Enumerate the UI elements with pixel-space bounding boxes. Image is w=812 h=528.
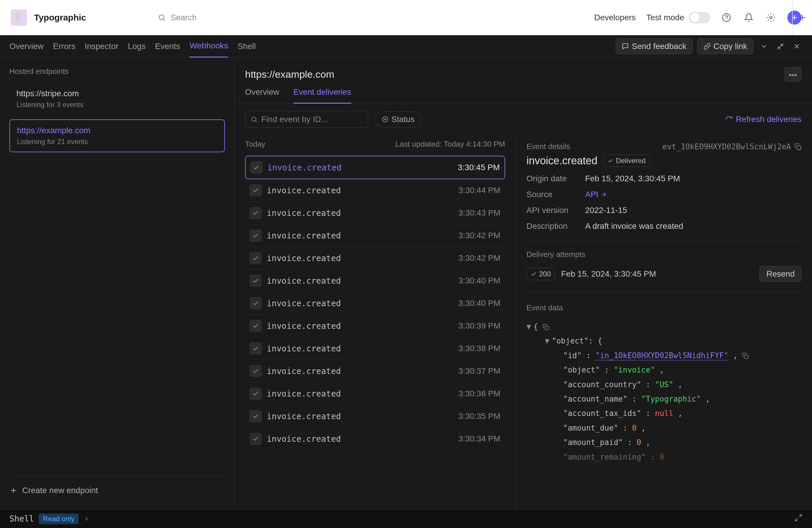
check-icon (250, 207, 261, 219)
svg-point-6 (252, 117, 256, 121)
svg-point-3 (789, 74, 791, 76)
endpoint-title: https://example.com (245, 69, 334, 80)
event-row[interactable]: invoice.created 3:30:45 PM (245, 156, 505, 179)
svg-point-5 (795, 74, 796, 76)
tab-webhooks[interactable]: Webhooks (189, 35, 228, 57)
event-time: 3:30:40 PM (459, 299, 501, 308)
copy-link-button[interactable]: Copy link (697, 39, 753, 54)
event-name: invoice.created (267, 434, 341, 444)
event-row[interactable]: invoice.created 3:30:42 PM (245, 247, 505, 270)
description: A draft invoice was created (585, 222, 683, 231)
last-updated: Last updated: Today 4:14:30 PM (395, 140, 505, 149)
event-name: invoice.created (267, 344, 341, 354)
event-time: 3:30:35 PM (459, 412, 501, 421)
event-row[interactable]: invoice.created 3:30:40 PM (245, 292, 505, 315)
search-placeholder: Search (171, 13, 197, 22)
global-search[interactable]: Search (158, 13, 197, 22)
resend-button[interactable]: Resend (759, 266, 801, 282)
more-menu-button[interactable] (784, 67, 801, 82)
check-icon (250, 297, 261, 309)
svg-point-0 (159, 15, 163, 20)
check-icon (250, 365, 261, 377)
event-name: invoice.created (267, 321, 341, 331)
tab-errors[interactable]: Errors (53, 35, 75, 57)
help-icon[interactable] (721, 12, 732, 24)
collapse-toggle[interactable]: ▼ (526, 322, 531, 331)
status-filter[interactable]: Status (375, 112, 421, 127)
notifications-icon[interactable] (743, 12, 755, 24)
app-name: Typographic (34, 13, 86, 23)
event-row[interactable]: invoice.created 3:30:36 PM (245, 383, 505, 405)
collapse-toggle[interactable]: ▼ (545, 337, 550, 345)
endpoint-url: https://stripe.com (16, 89, 218, 98)
event-time: 3:30:34 PM (459, 434, 501, 443)
shell-bar: Shell Read only (0, 509, 812, 528)
event-list: Today Last updated: Today 4:14:30 PM inv… (234, 135, 516, 509)
event-row[interactable]: invoice.created 3:30:35 PM (245, 405, 505, 428)
tab-shell[interactable]: Shell (237, 35, 256, 57)
shell-label: Shell (9, 514, 34, 524)
event-row[interactable]: invoice.created 3:30:44 PM (245, 179, 505, 202)
chevron-right-icon[interactable] (83, 516, 90, 522)
check-icon (250, 433, 261, 445)
check-icon (250, 230, 261, 241)
secondary-nav: Overview Errors Inspector Logs Events We… (0, 35, 812, 57)
check-icon (250, 252, 261, 264)
close-icon[interactable] (791, 41, 803, 52)
endpoint-card-0[interactable]: https://stripe.com Listening for 3 event… (9, 83, 225, 115)
tab-logs[interactable]: Logs (128, 35, 146, 57)
event-id: evt_1OkEO9HXYD02BwlScnLWj2eA (663, 142, 801, 151)
check-icon (250, 275, 261, 287)
chevron-down-icon[interactable] (758, 41, 770, 52)
toggle-switch[interactable] (689, 12, 710, 24)
event-row[interactable]: invoice.created 3:30:40 PM (245, 270, 505, 292)
api-version: 2022-11-15 (585, 205, 627, 215)
event-name: invoice.created (267, 163, 342, 172)
subtab-deliveries[interactable]: Event deliveries (293, 87, 351, 103)
attempt-time: Feb 15, 2024, 3:30:45 PM (561, 269, 656, 279)
create-endpoint-button[interactable]: Create new endpoint (9, 476, 225, 500)
tab-inspector[interactable]: Inspector (85, 35, 118, 57)
expand-icon[interactable] (794, 514, 803, 524)
event-row[interactable]: invoice.created 3:30:42 PM (245, 224, 505, 247)
event-details-label: Event details (526, 142, 570, 151)
endpoint-sub: Listening for 3 events (16, 101, 218, 109)
event-time: 3:30:43 PM (459, 208, 501, 218)
event-row[interactable]: invoice.created 3:30:43 PM (245, 202, 505, 224)
event-row[interactable]: invoice.created 3:30:38 PM (245, 337, 505, 360)
event-search-input[interactable]: Find event by ID... (245, 111, 368, 128)
copy-icon[interactable] (794, 143, 801, 150)
svg-point-4 (792, 74, 794, 76)
sidebar: Hosted endpoints https://stripe.com List… (0, 57, 234, 509)
event-name: invoice.created (267, 208, 341, 218)
source-link[interactable]: API (585, 190, 607, 199)
endpoint-url: https://example.com (17, 126, 217, 135)
endpoint-card-1[interactable]: https://example.com Listening for 21 eve… (9, 119, 225, 152)
svg-rect-10 (744, 355, 748, 359)
event-name: invoice.created (267, 299, 341, 308)
collapse-icon[interactable] (774, 41, 786, 52)
list-heading: Today (245, 140, 265, 149)
developers-link[interactable]: Developers (594, 13, 636, 22)
event-row[interactable]: invoice.created 3:30:39 PM (245, 315, 505, 337)
subtab-overview[interactable]: Overview (245, 87, 279, 103)
copy-icon[interactable] (742, 353, 749, 359)
copy-icon[interactable] (542, 324, 549, 330)
details-pane: Event details evt_1OkEO9HXYD02BwlScnLWj2… (516, 135, 812, 509)
content-area: https://example.com Overview Event deliv… (234, 57, 812, 509)
tab-overview[interactable]: Overview (9, 35, 44, 57)
event-name: invoice.created (267, 231, 341, 241)
event-time: 3:30:40 PM (459, 276, 501, 285)
origin-date: Feb 15, 2024, 3:30:45 PM (585, 174, 680, 183)
send-feedback-button[interactable]: Send feedback (615, 39, 693, 54)
outer-add-button[interactable] (792, 0, 812, 35)
refresh-button[interactable]: Refresh deliveries (725, 115, 801, 124)
test-mode-toggle[interactable]: Test mode (647, 12, 710, 24)
detail-title: invoice.created (526, 155, 597, 167)
event-time: 3:30:39 PM (459, 321, 501, 331)
settings-icon[interactable] (765, 12, 777, 24)
event-time: 3:30:38 PM (459, 344, 501, 353)
event-row[interactable]: invoice.created 3:30:34 PM (245, 428, 505, 450)
tab-events[interactable]: Events (155, 35, 180, 57)
event-row[interactable]: invoice.created 3:30:37 PM (245, 360, 505, 383)
